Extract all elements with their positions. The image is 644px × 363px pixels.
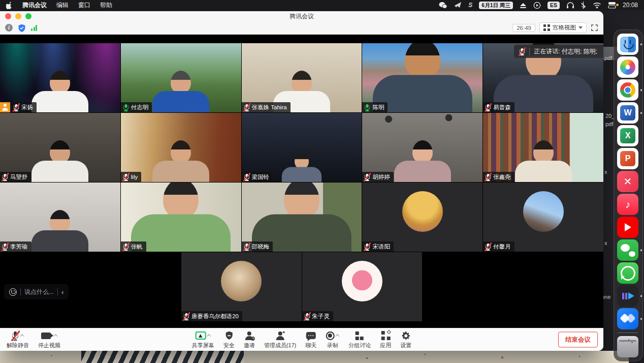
dock-icon-finder[interactable] — [617, 34, 638, 55]
collapse-chevron-icon[interactable]: ‹ — [61, 288, 63, 296]
participant-name-label: 李芳瑜 — [0, 241, 31, 252]
chat-button[interactable]: 聊天 — [302, 329, 320, 351]
play-circle-icon[interactable] — [533, 2, 541, 9]
settings-button[interactable]: 设置 — [397, 329, 415, 351]
dock-icon-music[interactable]: ♪ — [617, 194, 638, 215]
desktop-file-fragment: pdf — [605, 121, 613, 127]
video-tile-camera-off[interactable]: 朱子灵 — [302, 252, 423, 321]
video-tile[interactable]: lily — [121, 113, 241, 182]
window-titlebar[interactable]: 腾讯会议 — [0, 11, 603, 21]
running-indicator — [640, 295, 642, 297]
participant-name-label: 张鑫尧 — [483, 172, 514, 182]
dock-icon-tencent-meeting[interactable] — [617, 308, 638, 329]
video-tile[interactable]: 张鑫尧 — [483, 113, 603, 182]
stop-video-button[interactable]: 停止视频 — [35, 329, 64, 351]
video-tile-camera-off[interactable]: 付馨月 — [483, 183, 603, 252]
video-tile-camera-off[interactable]: 唐赛香乌尔都语20 — [181, 252, 302, 321]
avatar — [402, 191, 443, 232]
protection-shield-icon[interactable] — [18, 24, 26, 32]
quick-chat-bar[interactable]: 说点什么... ‹ — [4, 284, 69, 299]
chevron-up-icon[interactable] — [53, 334, 57, 338]
breakout-icon — [355, 331, 365, 340]
headphones-icon[interactable] — [566, 2, 574, 9]
video-tile[interactable]: 梁国铃 — [242, 113, 362, 182]
apple-logo-icon[interactable] — [6, 2, 13, 9]
chevron-up-icon[interactable] — [207, 334, 211, 338]
participant-figure — [392, 140, 453, 182]
participant-name-label: 宋扬 — [11, 102, 37, 112]
participant-figure — [150, 140, 211, 182]
emoji-icon[interactable] — [9, 288, 17, 296]
chevron-up-icon[interactable] — [335, 334, 339, 338]
mic-muted-icon — [2, 243, 8, 251]
end-meeting-button[interactable]: 结束会议 — [558, 332, 598, 348]
dock-icon-powerpoint[interactable]: P — [617, 148, 638, 169]
dock-icon-photos[interactable] — [617, 56, 638, 78]
eject-icon[interactable] — [520, 2, 527, 9]
share-screen-button[interactable]: 共享屏幕 — [188, 329, 218, 351]
unmute-button[interactable]: 解除静音 — [3, 329, 33, 351]
dock-icon-youtube[interactable] — [617, 217, 638, 238]
wifi-icon[interactable] — [593, 2, 601, 9]
menu-app-name[interactable]: 腾讯会议 — [22, 1, 47, 10]
desktop-file-fragment: x — [604, 169, 607, 175]
video-tile[interactable]: 陈明 — [362, 43, 482, 112]
participant-name-label: 宋语阳 — [362, 241, 394, 252]
send-status-icon[interactable] — [454, 2, 462, 9]
security-button[interactable]: 安全 — [220, 329, 238, 351]
stack-status-icon[interactable] — [608, 2, 616, 9]
participant-name-label: 朱子灵 — [302, 311, 334, 321]
view-mode-selector[interactable]: 宫格视图 — [539, 22, 587, 33]
mic-muted-icon — [244, 104, 250, 111]
mic-muted-icon — [485, 104, 491, 111]
bluetooth-icon[interactable] — [581, 2, 586, 9]
wechat-status-icon[interactable] — [439, 2, 447, 9]
dock-icon-video-player[interactable] — [617, 285, 638, 307]
chat-input-placeholder[interactable]: 说点什么... — [24, 288, 54, 296]
dock-icon-wechat[interactable] — [617, 239, 638, 261]
running-indicator — [640, 112, 642, 114]
speaking-text: 正在讲话: 付志明; 陈明; — [534, 47, 597, 56]
input-source-badge[interactable]: ES — [548, 2, 560, 9]
participant-name-label: 梁国铃 — [242, 172, 273, 182]
mic-muted-icon — [244, 173, 250, 181]
record-button[interactable]: 录制 — [322, 329, 343, 351]
video-tile[interactable]: 马望舒 — [0, 113, 120, 182]
dock-icon-word[interactable]: W — [617, 102, 638, 124]
chevron-up-icon[interactable] — [20, 334, 24, 338]
meeting-toolbar: 解除静音 停止视频 共享屏幕 安全 + 邀请 — [0, 328, 603, 351]
members-person-icon — [276, 331, 285, 340]
participant-name-label: 易普森 — [483, 102, 514, 112]
video-tile-camera-off[interactable]: 宋语阳 — [362, 183, 482, 252]
dock-icon-excel[interactable]: X — [617, 125, 638, 146]
mic-muted-icon — [123, 173, 129, 181]
video-tile[interactable]: 付志明 — [121, 43, 241, 112]
dock-icon-whatsapp[interactable] — [617, 262, 638, 284]
menu-window[interactable]: 窗口 — [78, 1, 90, 10]
dock-icon-trash[interactable] — [617, 336, 638, 357]
video-tile[interactable]: 邵晓梅 — [242, 183, 362, 252]
macos-dock: W X P ✕ ♪ — [614, 29, 643, 361]
manage-members-button[interactable]: 管理成员(17) — [261, 329, 300, 351]
breakout-rooms-button[interactable]: 分组讨论 — [345, 329, 374, 351]
dock-icon-xmind[interactable]: ✕ — [617, 171, 638, 192]
participant-name-label: lily — [121, 172, 141, 182]
participant-figure — [280, 153, 323, 182]
mic-muted-icon — [364, 243, 370, 251]
meeting-info-icon[interactable]: i — [5, 24, 13, 32]
apps-button[interactable]: 应用 — [376, 329, 395, 351]
invite-button[interactable]: + 邀请 — [240, 329, 259, 351]
fullscreen-button[interactable] — [591, 24, 598, 32]
network-signal-icon[interactable] — [31, 25, 37, 31]
menu-help[interactable]: 帮助 — [100, 1, 112, 10]
video-tile[interactable]: 宋扬 — [0, 43, 120, 112]
participant-name-label: 邵晓梅 — [242, 241, 273, 252]
menu-edit[interactable]: 编辑 — [56, 1, 69, 10]
menu-date-badge[interactable]: 6月1日 周三 — [479, 2, 513, 9]
video-tile[interactable]: 李芳瑜 — [0, 183, 120, 252]
video-tile[interactable]: 张嘉姝 Tahira — [242, 43, 362, 112]
video-tile[interactable]: 张帆 — [121, 183, 241, 252]
dock-icon-chrome[interactable] — [617, 79, 638, 101]
video-tile[interactable]: 胡婷婷 — [362, 113, 482, 182]
s-logo-status-icon[interactable]: S — [468, 2, 472, 9]
